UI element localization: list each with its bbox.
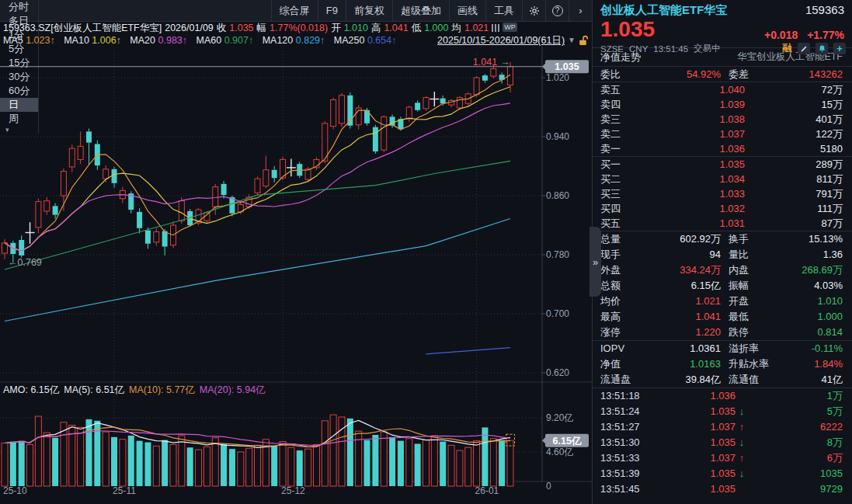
vol-legend-vma20: MA(20): 5.94亿 — [200, 384, 266, 395]
tick-volume: 1035 — [748, 466, 843, 481]
range-dropdown-caret[interactable]: ▼ — [568, 34, 576, 47]
stat-value-inner-disc: 268.69万 — [789, 262, 843, 278]
ma-label-ma10: MA10 — [64, 35, 92, 46]
edit-icon[interactable] — [798, 43, 810, 54]
orderbook-row-bid-3[interactable]: 买三1.033791万 — [593, 186, 852, 201]
tick-price: 1.035 — [666, 435, 736, 450]
field-label-change: 幅 — [257, 23, 267, 33]
level-volume: 811万 — [745, 172, 843, 186]
volume-profile-wp-icon[interactable]: WP — [492, 23, 520, 33]
tool-draw-line[interactable]: 画线 — [449, 0, 485, 21]
tick-row[interactable]: 13:51:391.035↓1035 — [593, 466, 852, 481]
svg-text:25-12: 25-12 — [281, 485, 305, 496]
field-label-low: 低 — [412, 23, 422, 33]
tick-time: 13:51:39 — [600, 466, 666, 481]
stat-value-current-hand: 94 — [650, 247, 721, 262]
field-value-close: 1.035 — [229, 23, 253, 33]
tick-price: 1.036 — [666, 388, 736, 404]
stat-label-outer-disc: 外盘 — [600, 262, 650, 278]
stat-value-avg-price: 1.021 — [650, 294, 721, 309]
vol-legend-amo: AMO: 6.15亿 — [3, 384, 59, 395]
orderbook-row-ask-3[interactable]: 卖三1.038401万 — [593, 112, 852, 127]
stat-label-limit-down: 跌停 — [721, 325, 789, 340]
tick-row[interactable]: 13:51:181.0361万 — [593, 388, 852, 404]
stat-row-nav: 净值1.0163升贴水率1.84% — [593, 356, 852, 372]
tool-forward-adjust[interactable]: 前复权 — [346, 0, 392, 21]
main-chart-canvas[interactable]: 1.0200.9400.8600.7800.7000.6209.20亿4.60亿… — [0, 47, 592, 504]
stat-row-high: 最高1.041最低1.000 — [593, 309, 852, 325]
level-price: 1.039 — [644, 97, 745, 112]
tool-super-overlay[interactable]: 超级叠加 — [392, 0, 449, 21]
svg-text:26-01: 26-01 — [475, 485, 499, 496]
stat-label-premium-rate: 溢折率 — [721, 341, 789, 356]
instrument-title: 创业板人工智能ETF华宝 — [600, 3, 727, 18]
stat-value-total-volume: 602.92万 — [650, 231, 721, 247]
tick-row[interactable]: 13:51:271.037↑6222 — [593, 419, 852, 435]
chevron-right-icon[interactable]: › — [569, 0, 592, 21]
quote-header: 创业板人工智能ETF华宝 159363 1.035 +0.018 +1.77% … — [593, 0, 852, 48]
stat-label-iopv: IOPV — [600, 341, 650, 356]
tab-period-fenshi[interactable]: 分时 — [0, 0, 39, 14]
svg-text:→: → — [500, 57, 510, 68]
field-label-open: 开 — [331, 23, 341, 33]
tick-row[interactable]: 13:51:331.037↑6万 — [593, 450, 852, 466]
trading-status: 交易中 — [694, 43, 721, 54]
add-icon[interactable]: + — [833, 43, 846, 54]
date-range-link[interactable]: 2025/10/15-2026/01/09(61日) — [437, 34, 565, 47]
orderbook-row-bid-5[interactable]: 买五1.03187万 — [593, 216, 852, 231]
panel-collapse-handle[interactable]: » — [589, 227, 601, 297]
tool-f9[interactable]: F9 — [318, 0, 346, 21]
field-value-open: 1.010 — [344, 23, 368, 33]
tick-time: 13:51:33 — [600, 450, 666, 466]
volume-legend-bar: AMO: 6.15亿MA(5): 6.51亿MA(10): 5.77亿MA(20… — [3, 384, 270, 397]
stat-value-iopv: 1.0361 — [650, 341, 721, 356]
stat-label-nav: 净值 — [600, 356, 650, 372]
level-volume: 791万 — [745, 186, 843, 201]
tick-direction-icon: ↑ — [736, 450, 748, 466]
ma-value-ma120: 0.829↑ — [296, 35, 328, 46]
orderbook-row-ask-1[interactable]: 卖一1.0365180 — [593, 141, 852, 156]
stat-label-inner-disc: 内盘 — [721, 262, 789, 278]
tick-row[interactable]: 13:51:241.035↓5万 — [593, 404, 852, 419]
tick-volume: 9729 — [748, 481, 843, 497]
stat-label-current-hand: 现手 — [600, 247, 650, 262]
stats-block-main: 总量602.92万换手15.13%现手94量比1.36外盘334.24万内盘26… — [593, 231, 852, 341]
weibi-value: 54.92% — [650, 67, 721, 82]
tick-row[interactable]: 13:51:451.0359729 — [593, 481, 852, 497]
tool-tool[interactable]: 工具 — [485, 0, 522, 21]
svg-text:0.860: 0.860 — [546, 190, 569, 201]
svg-text:1.035: 1.035 — [555, 61, 579, 72]
level-volume: 111万 — [745, 201, 843, 216]
field-value-avg: 1.021 — [464, 23, 489, 33]
tick-price: 1.035 — [666, 481, 736, 497]
orderbook-row-ask-5[interactable]: 卖五1.04072万 — [593, 82, 852, 97]
weicha-label: 委差 — [721, 67, 789, 82]
ma-label-ma5: MA5 — [3, 35, 26, 46]
svg-text:1.041: 1.041 — [473, 57, 497, 68]
tick-row[interactable]: 13:51:301.035↓8万 — [593, 435, 852, 450]
stat-value-basis-rate: 1.84% — [789, 356, 843, 372]
orderbook-row-bid-4[interactable]: 买四1.032111万 — [593, 201, 852, 216]
instrument-info-bar: 159363.SZ[创业板人工智能ETF华宝]2026/01/09收1.035幅… — [0, 22, 592, 34]
tick-list[interactable]: 13:51:181.0361万13:51:241.035↓5万13:51:271… — [593, 388, 852, 497]
alert-bell-icon[interactable] — [815, 43, 828, 54]
tick-price: 1.037 — [666, 450, 736, 466]
tool-composite[interactable]: 综合屏 — [271, 0, 318, 21]
price-change: +0.018 +1.77% — [764, 29, 844, 41]
orderbook-row-ask-4[interactable]: 卖四1.03915万 — [593, 97, 852, 112]
vol-legend-vma5: MA(5): 6.51亿 — [64, 384, 124, 395]
settings-gear-icon[interactable] — [522, 0, 545, 21]
unlock-icon[interactable] — [579, 35, 589, 46]
orderbook-row-bid-2[interactable]: 买二1.034811万 — [593, 172, 852, 186]
stat-label-amplitude: 振幅 — [721, 278, 789, 294]
help-icon[interactable]: ? — [545, 0, 569, 21]
orderbook-row-bid-1[interactable]: 买一1.035289万 — [593, 157, 852, 172]
svg-text:←0.769: ←0.769 — [8, 257, 42, 268]
stat-label-low: 最低 — [721, 309, 789, 325]
orderbook-row-ask-2[interactable]: 卖二1.037122万 — [593, 127, 852, 141]
weibi-label: 委比 — [600, 67, 650, 82]
svg-text:0.940: 0.940 — [546, 131, 569, 142]
svg-text:9.20亿: 9.20亿 — [546, 412, 573, 423]
toolbar-tools: 综合屏F9前复权超级叠加画线工具?› — [271, 0, 592, 21]
tick-price: 1.035 — [666, 404, 736, 419]
